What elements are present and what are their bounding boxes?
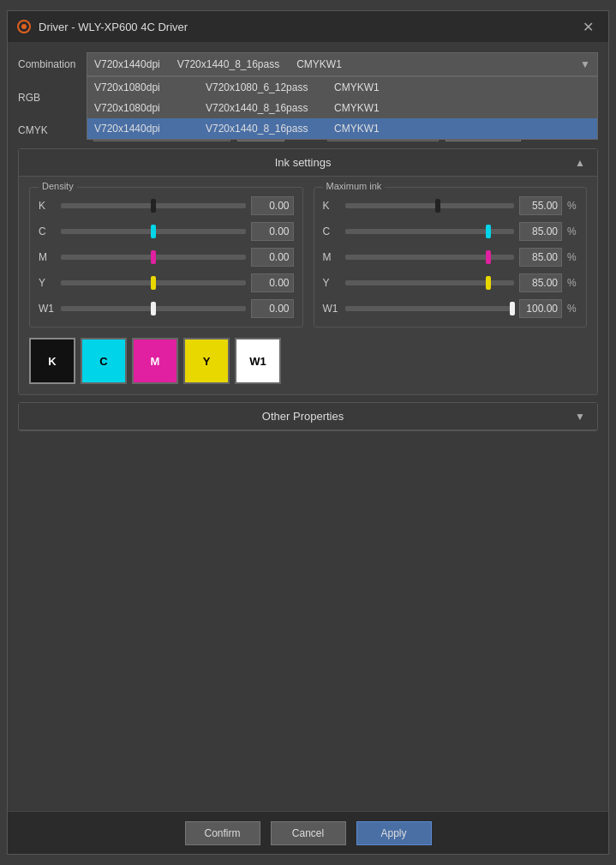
swatch-c[interactable]: C (81, 338, 127, 384)
combination-dropdown-list: V720x1080dpi V720x1080_6_12pass CMYKW1 V… (87, 76, 598, 140)
density-w1-row: W1 (39, 299, 294, 318)
content-area: Combination V720x1440dpi V720x1440_8_16p… (8, 42, 608, 811)
maxink-m-percent: % (567, 251, 577, 263)
density-m-label: M (39, 251, 56, 263)
maxink-k-percent: % (567, 200, 577, 212)
other-properties-panel: Other Properties ▼ (18, 402, 598, 431)
density-group: Density K C (29, 187, 303, 327)
dropdown-item[interactable]: V720x1080dpi V720x1440_8_16pass CMYKW1 (87, 98, 597, 118)
combination-row: Combination V720x1440dpi V720x1440_8_16p… (18, 52, 598, 76)
swatch-k[interactable]: K (29, 338, 75, 384)
maxink-c-input[interactable] (519, 222, 562, 241)
cmyk-label: CMYK (18, 124, 87, 136)
maxink-k-input[interactable] (519, 196, 562, 215)
maxink-c-percent: % (567, 225, 577, 237)
maxink-w1-input[interactable] (519, 299, 562, 318)
maxink-m-label: M (323, 251, 340, 263)
maxink-c-label: C (323, 225, 340, 237)
density-y-row: Y (39, 273, 294, 292)
maxink-k-label: K (323, 200, 340, 212)
combo-selected-col3: CMYKW1 (296, 58, 342, 70)
maxink-m-slider[interactable] (345, 255, 515, 260)
density-k-slider[interactable] (61, 203, 246, 208)
maxink-y-percent: % (567, 277, 577, 289)
swatch-w1[interactable]: W1 (235, 338, 281, 384)
window-title: Driver - WLY-XP600 4C Driver (39, 21, 576, 33)
density-y-slider[interactable] (61, 280, 246, 285)
swatch-y[interactable]: Y (183, 338, 230, 384)
cancel-button[interactable]: Cancel (271, 821, 346, 845)
density-y-label: Y (39, 277, 56, 289)
other-properties-title: Other Properties (31, 410, 575, 423)
density-m-row: M (39, 248, 294, 267)
title-bar: Driver - WLY-XP600 4C Driver ✕ (8, 11, 608, 42)
density-c-slider[interactable] (61, 229, 246, 234)
density-y-input[interactable] (251, 273, 294, 292)
color-swatches: K C M Y W1 (29, 338, 587, 384)
density-k-label: K (39, 200, 56, 212)
ink-settings-content: Density K C (19, 177, 597, 394)
maxink-y-input[interactable] (519, 273, 562, 292)
max-ink-group: Maximum ink K % C (314, 187, 588, 327)
footer: Confirm Cancel Apply (8, 811, 608, 854)
combination-label: Combination (18, 58, 87, 70)
main-window: Driver - WLY-XP600 4C Driver ✕ Combinati… (7, 10, 609, 855)
density-w1-input[interactable] (251, 299, 294, 318)
svg-point-1 (21, 24, 27, 29)
ink-settings-header[interactable]: Ink settings ▲ (19, 149, 597, 177)
max-ink-label: Maximum ink (323, 181, 386, 191)
maxink-m-row: M % (323, 248, 578, 267)
density-k-row: K (39, 196, 294, 215)
other-properties-header[interactable]: Other Properties ▼ (19, 403, 597, 430)
chevron-down-icon: ▼ (575, 411, 585, 423)
maxink-w1-label: W1 (323, 303, 340, 315)
density-c-input[interactable] (251, 222, 294, 241)
app-icon (16, 19, 32, 34)
density-w1-slider[interactable] (61, 306, 246, 311)
combination-dropdown[interactable]: V720x1440dpi V720x1440_8_16pass CMYKW1 ▼ (87, 52, 598, 76)
confirm-button[interactable]: Confirm (185, 821, 260, 845)
chevron-down-icon: ▼ (580, 58, 590, 70)
dropdown-item-selected[interactable]: V720x1440dpi V720x1440_8_16pass CMYKW1 (87, 118, 597, 139)
combo-selected-col2: V720x1440_8_16pass (177, 58, 279, 70)
dropdown-item[interactable]: V720x1080dpi V720x1080_6_12pass CMYKW1 (87, 77, 597, 98)
maxink-k-row: K % (323, 196, 578, 215)
maxink-m-input[interactable] (519, 248, 562, 267)
density-k-input[interactable] (251, 196, 294, 215)
ink-grid: Density K C (29, 187, 587, 327)
maxink-y-label: Y (323, 277, 340, 289)
combo-selected-col1: V720x1440dpi (94, 58, 160, 70)
density-c-label: C (39, 225, 56, 237)
chevron-up-icon: ▲ (575, 157, 585, 169)
swatch-m[interactable]: M (132, 338, 178, 384)
density-m-input[interactable] (251, 248, 294, 267)
density-m-slider[interactable] (61, 255, 246, 260)
apply-button[interactable]: Apply (356, 821, 432, 845)
density-c-row: C (39, 222, 294, 241)
maxink-c-row: C % (323, 222, 578, 241)
density-label: Density (39, 181, 77, 191)
maxink-k-slider[interactable] (345, 203, 515, 208)
maxink-c-slider[interactable] (345, 229, 515, 234)
maxink-y-slider[interactable] (345, 280, 515, 285)
maxink-w1-percent: % (567, 303, 577, 315)
rgb-label: RGB (18, 92, 87, 104)
maxink-w1-slider[interactable] (345, 306, 515, 311)
maxink-w1-row: W1 % (323, 299, 578, 318)
ink-settings-panel: Ink settings ▲ Density K (18, 148, 598, 395)
ink-settings-title: Ink settings (31, 156, 575, 169)
maxink-y-row: Y % (323, 273, 578, 292)
density-w1-label: W1 (39, 303, 56, 315)
close-button[interactable]: ✕ (576, 15, 600, 39)
